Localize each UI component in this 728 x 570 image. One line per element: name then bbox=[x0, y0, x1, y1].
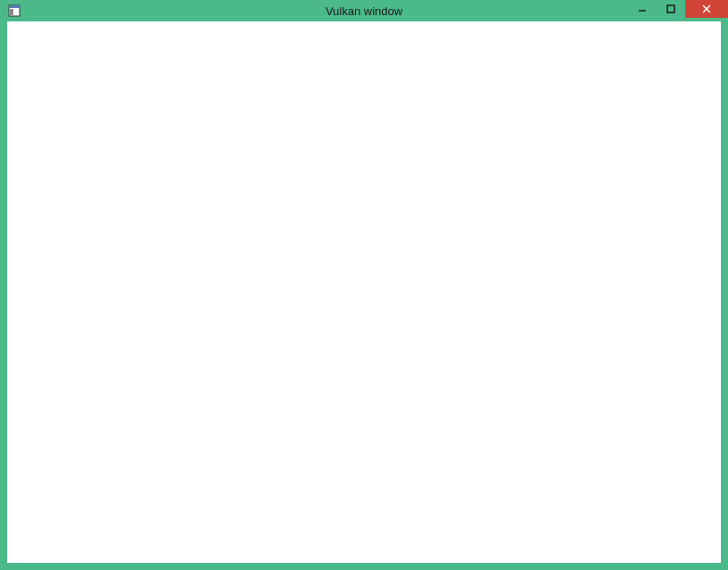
minimize-button[interactable] bbox=[628, 0, 657, 18]
svg-rect-2 bbox=[10, 9, 13, 15]
client-area bbox=[7, 21, 721, 563]
window-frame: Vulkan window bbox=[0, 0, 728, 570]
maximize-button[interactable] bbox=[657, 0, 685, 18]
app-icon bbox=[7, 4, 21, 18]
svg-rect-1 bbox=[9, 5, 20, 8]
close-button[interactable] bbox=[685, 0, 728, 18]
titlebar[interactable]: Vulkan window bbox=[0, 0, 728, 21]
window-title: Vulkan window bbox=[326, 4, 402, 18]
svg-rect-4 bbox=[667, 5, 674, 12]
window-controls bbox=[628, 0, 728, 21]
